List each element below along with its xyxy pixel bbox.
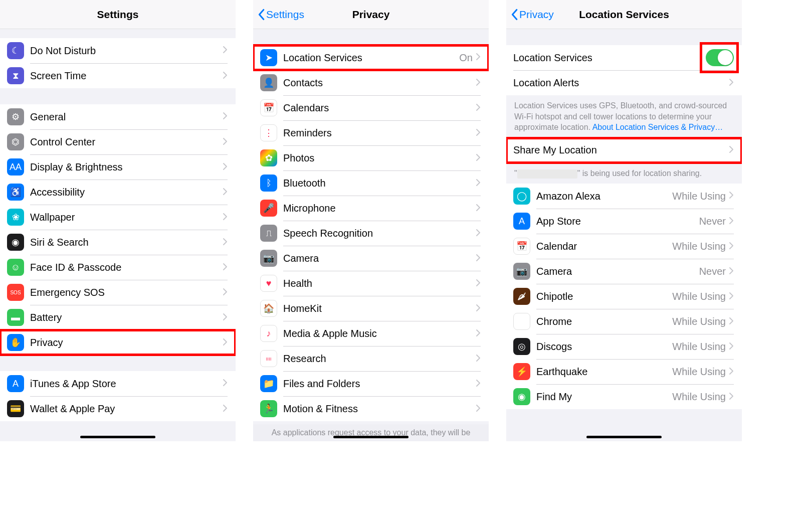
list-item[interactable]: 💳Wallet & Apple Pay bbox=[0, 396, 236, 421]
list-item[interactable]: 📁Files and Folders bbox=[253, 371, 489, 396]
chevron-right-icon bbox=[729, 242, 734, 252]
row-label: Chrome bbox=[536, 316, 672, 327]
location-alerts-row[interactable]: Location Alerts bbox=[506, 70, 742, 95]
list-item[interactable]: ❀Wallpaper bbox=[0, 205, 236, 230]
earthquake-icon: ⚡ bbox=[513, 363, 530, 380]
list-item[interactable]: 🌶ChipotleWhile Using bbox=[506, 284, 742, 309]
appstore-icon: A bbox=[513, 213, 530, 230]
list-item[interactable]: 📅Calendars bbox=[253, 95, 489, 120]
chevron-right-icon bbox=[476, 153, 481, 163]
list-item[interactable]: ◉ChromeWhile Using bbox=[506, 309, 742, 334]
list-item[interactable]: 👤Contacts bbox=[253, 70, 489, 95]
health-icon: ♥ bbox=[260, 275, 277, 292]
list-item[interactable]: ⚙General bbox=[0, 104, 236, 129]
back-button[interactable]: Settings bbox=[257, 9, 304, 21]
chevron-right-icon bbox=[476, 229, 481, 239]
row-label: Photos bbox=[283, 152, 476, 164]
list-item[interactable]: ⚡EarthquakeWhile Using bbox=[506, 359, 742, 384]
row-label: Calendar bbox=[536, 241, 672, 252]
list-item[interactable]: ⏣Control Center bbox=[0, 129, 236, 154]
chevron-left-icon bbox=[257, 9, 265, 21]
row-label: App Store bbox=[536, 216, 699, 227]
row-label: Earthquake bbox=[536, 366, 672, 378]
list-item[interactable]: ◉Siri & Search bbox=[0, 230, 236, 255]
chevron-right-icon bbox=[223, 213, 228, 223]
share-my-location-row[interactable]: Share My Location bbox=[506, 138, 742, 163]
chrome-icon: ◉ bbox=[513, 313, 530, 330]
home-indicator[interactable] bbox=[80, 436, 155, 438]
list-item[interactable]: ııııResearch bbox=[253, 346, 489, 371]
list-item[interactable]: ♥Health bbox=[253, 271, 489, 296]
motion-icon: 🏃 bbox=[260, 400, 277, 417]
chevron-right-icon bbox=[476, 279, 481, 289]
chevron-right-icon bbox=[476, 254, 481, 264]
list-item[interactable]: ♿Accessibility bbox=[0, 180, 236, 205]
location-icon: ➤ bbox=[260, 49, 277, 66]
list-item[interactable]: 🎤Microphone bbox=[253, 196, 489, 221]
chevron-right-icon bbox=[223, 379, 228, 389]
list-item[interactable]: 📅CalendarWhile Using bbox=[506, 234, 742, 259]
row-detail: Never bbox=[699, 266, 726, 277]
reminders-icon: ⋮ bbox=[260, 124, 277, 141]
chevron-right-icon bbox=[223, 338, 228, 348]
list-item[interactable]: 📷CameraNever bbox=[506, 259, 742, 284]
sos-icon: SOS bbox=[7, 284, 24, 301]
hourglass-icon: ⧗ bbox=[7, 67, 24, 84]
list-item[interactable]: ✋Privacy bbox=[0, 330, 236, 355]
chevron-right-icon bbox=[223, 288, 228, 298]
row-label: Wallpaper bbox=[30, 212, 223, 223]
contacts-icon: 👤 bbox=[260, 74, 277, 91]
list-item[interactable]: ➤Location ServicesOn bbox=[253, 45, 489, 70]
chevron-right-icon bbox=[223, 46, 228, 56]
list-item[interactable]: ⋮Reminders bbox=[253, 120, 489, 145]
list-item[interactable]: ⎍Speech Recognition bbox=[253, 221, 489, 246]
home-indicator[interactable] bbox=[586, 436, 662, 438]
list-item[interactable]: ☾Do Not Disturb bbox=[0, 38, 236, 63]
row-label: Location Services bbox=[283, 52, 459, 64]
list-item[interactable]: SOSEmergency SOS bbox=[0, 280, 236, 305]
siri-icon: ◉ bbox=[7, 234, 24, 251]
row-detail: While Using bbox=[672, 291, 726, 302]
location-services-toggle[interactable] bbox=[706, 49, 734, 66]
list-item[interactable]: ⧗Screen Time bbox=[0, 63, 236, 88]
chevron-right-icon bbox=[476, 354, 481, 364]
list-item[interactable]: 📷Camera bbox=[253, 246, 489, 271]
list-item[interactable]: ◎DiscogsWhile Using bbox=[506, 334, 742, 359]
camera-icon: 📷 bbox=[513, 263, 530, 280]
list-item[interactable]: ᛒBluetooth bbox=[253, 170, 489, 196]
moon-icon: ☾ bbox=[7, 42, 24, 59]
list-item[interactable]: 🏃Motion & Fitness bbox=[253, 396, 489, 421]
list-item[interactable]: ◯Amazon AlexaWhile Using bbox=[506, 184, 742, 209]
list-item[interactable]: ◉Find MyWhile Using bbox=[506, 384, 742, 409]
location-services-panel: Privacy Location Services Location Servi… bbox=[506, 0, 742, 441]
waveform-icon: ⎍ bbox=[260, 225, 277, 242]
row-label: Location Alerts bbox=[513, 77, 729, 89]
header: Settings Privacy bbox=[253, 0, 489, 29]
list-item[interactable]: ▬Battery bbox=[0, 305, 236, 330]
chevron-right-icon bbox=[223, 238, 228, 248]
row-label: Bluetooth bbox=[283, 178, 476, 189]
accessibility-icon: ♿ bbox=[7, 184, 24, 201]
chevron-right-icon bbox=[729, 145, 734, 155]
alexa-icon: ◯ bbox=[513, 188, 530, 205]
row-label: Siri & Search bbox=[30, 237, 223, 248]
chevron-right-icon bbox=[729, 392, 734, 402]
list-item[interactable]: 🏠HomeKit bbox=[253, 296, 489, 321]
bluetooth-icon: ᛒ bbox=[260, 175, 277, 192]
home-indicator[interactable] bbox=[333, 436, 409, 438]
list-item[interactable]: ✿Photos bbox=[253, 145, 489, 170]
list-item[interactable]: AiTunes & App Store bbox=[0, 371, 236, 396]
calendar-icon: 📅 bbox=[513, 238, 530, 255]
row-label: Display & Brightness bbox=[30, 161, 223, 173]
faceid-icon: ☺ bbox=[7, 259, 24, 276]
info-link[interactable]: About Location Services & Privacy… bbox=[592, 123, 723, 131]
row-label: Face ID & Passcode bbox=[30, 262, 223, 273]
list-item[interactable]: AApp StoreNever bbox=[506, 209, 742, 234]
row-label: Speech Recognition bbox=[283, 228, 476, 239]
chevron-right-icon bbox=[729, 78, 734, 88]
list-item[interactable]: ♪Media & Apple Music bbox=[253, 321, 489, 346]
list-item[interactable]: AADisplay & Brightness bbox=[0, 154, 236, 180]
list-item[interactable]: ☺Face ID & Passcode bbox=[0, 255, 236, 280]
location-services-toggle-row[interactable]: Location Services bbox=[506, 45, 742, 70]
back-button[interactable]: Privacy bbox=[510, 9, 554, 21]
